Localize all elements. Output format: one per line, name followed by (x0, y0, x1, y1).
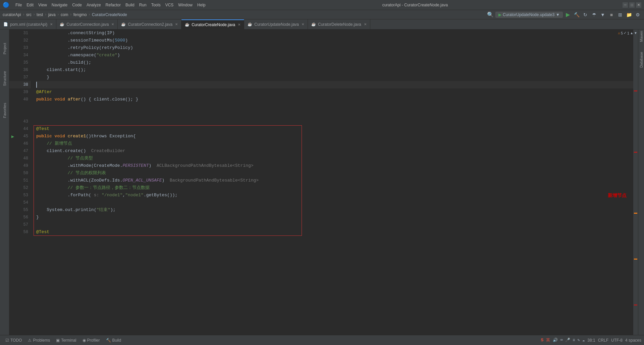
code-line-48: // 节点类型 (36, 155, 633, 162)
tab-pom[interactable]: 📄 pom.xml (curatorApi) ✕ (0, 19, 56, 29)
nav-bar: curatorApi › src › test › java › com › f… (0, 10, 644, 19)
code-line-31: .connectString(IP) (36, 29, 633, 37)
breadcrumb-test[interactable]: test (37, 12, 43, 17)
run-gutter-icon[interactable]: ▶ (11, 134, 14, 139)
code-line-35: .build(); (36, 59, 633, 66)
error-count: 5 (621, 31, 623, 35)
menu-file[interactable]: File (13, 2, 24, 8)
favorites-panel-tab[interactable]: Favorites (3, 103, 7, 118)
tab-deletenode[interactable]: ☕ CuratorDeleteNode.java ✕ (308, 19, 370, 29)
menu-window[interactable]: Window (176, 2, 195, 8)
menu-edit[interactable]: Edit (24, 2, 36, 8)
reload-button[interactable]: ↻ (582, 11, 589, 18)
indent-status: 4 spaces (625, 338, 641, 343)
code-line-39: @After (36, 88, 633, 96)
maven-panel-tab[interactable]: Maven (639, 31, 643, 42)
code-line-52: // 参数一：节点路径，参数二：节点数据 (36, 184, 633, 192)
scroll-down[interactable]: ▼ (634, 31, 637, 35)
title-bar: 🔵 File Edit View Navigate Code Analyze R… (0, 0, 644, 10)
code-editor[interactable]: .connectString(IP) .sessionTimeoutMs(500… (34, 29, 633, 335)
terminal-icon: ▣ (56, 338, 60, 343)
code-line-41 (36, 103, 633, 111)
code-line-56: } (36, 214, 633, 221)
code-line-42 (36, 111, 633, 118)
breadcrumb-java[interactable]: java (48, 12, 56, 17)
code-line-51: .withACL(ZooDefs.Ids.OPEN_ACL_UNSAFE) Ba… (36, 177, 633, 184)
build-icon: 🔨 (106, 338, 111, 343)
menu-analyze[interactable]: Analyze (85, 2, 103, 8)
close-button[interactable]: ✕ (636, 2, 641, 8)
tab-connection[interactable]: ☕ CuratorConnection.java ✕ (56, 19, 118, 29)
more-run-button[interactable]: ▼ (599, 11, 606, 18)
todo-tab[interactable]: ☑ TODO (3, 337, 24, 343)
code-line-44: @Test (36, 125, 633, 133)
tab-createnode[interactable]: ☕ CuratorCreateNode.java ✕ (181, 19, 244, 29)
breadcrumb-src[interactable]: src (26, 12, 32, 17)
code-line-33: .retryPolicy(retryPolicy) (36, 44, 633, 52)
warning-count: 1 (627, 31, 629, 35)
code-line-40: public void after() { client.close(); } (36, 96, 633, 103)
encoding-status: UTF-8 (611, 338, 623, 343)
settings-button[interactable]: ⚙ (634, 11, 641, 18)
run-config-dropdown[interactable]: ▶ CuratorUpdateNode.update3 ▼ (495, 12, 563, 18)
menu-run[interactable]: Run (137, 2, 149, 8)
menu-help[interactable]: Help (195, 2, 208, 8)
bottom-bar: ☑ TODO ⚠ Problems ▣ Terminal ◉ Profiler … (0, 335, 644, 345)
left-panel-strip: Project Structure Favorites (0, 29, 9, 335)
right-sidebar: Maven Database (638, 29, 644, 335)
project-panel-tab[interactable]: Project (3, 43, 7, 54)
breadcrumb-fengmo[interactable]: fengmo (73, 12, 87, 17)
code-line-50: // 节点的权限列表 (36, 169, 633, 177)
menu-build[interactable]: Build (123, 2, 137, 8)
menu-vcs[interactable]: VCS (163, 2, 176, 8)
line-numbers: 31 32 33 34 35 36 37 38 39 40 41 42 43 4… (17, 29, 34, 335)
stop-button[interactable]: ■ (608, 11, 615, 18)
menubar: File Edit View Navigate Code Analyze Ref… (13, 2, 208, 8)
profiler-tab[interactable]: ◉ Profiler (80, 337, 103, 343)
ime-extra: 🔊 ⌨ 🎤 ≡ ✎ ☁ (553, 338, 585, 343)
profiler-icon: ◉ (83, 338, 86, 343)
minimize-button[interactable]: ─ (623, 2, 628, 8)
maximize-button[interactable]: □ (629, 2, 635, 8)
search-button[interactable]: 🔍 (487, 11, 494, 18)
run-button[interactable]: ▶ (564, 11, 572, 18)
problems-icon: ⚠ (28, 338, 32, 343)
code-line-49: .withMode(CreateMode.PERSISTENT) ACLBack… (36, 162, 633, 169)
open-file-button[interactable]: 📁 (625, 11, 633, 18)
code-line-36: client.start(); (36, 66, 633, 74)
menu-navigate[interactable]: Navigate (50, 2, 69, 8)
tab-updatenode[interactable]: ☕ CuratorUpdateNode.java ✕ (244, 19, 308, 29)
terminal-tab[interactable]: ▣ Terminal (53, 337, 79, 343)
build-button[interactable]: 🔨 (573, 11, 580, 18)
code-line-55: System.out.println("结束"); (36, 206, 633, 214)
scrollbar-track[interactable]: ⚠ 5 ✓ 1 ▲ ▼ (633, 29, 638, 335)
structure-panel-tab[interactable]: Structure (3, 71, 7, 86)
code-line-54 (36, 199, 633, 206)
code-line-34: .namespace("create") (36, 52, 633, 59)
ime-indicator: S (541, 338, 544, 343)
build-tab[interactable]: 🔨 Build (103, 337, 124, 343)
right-annotation: 新增节点 (608, 192, 627, 199)
menu-tools[interactable]: Tools (149, 2, 163, 8)
error-indicator-area: ⚠ 5 ✓ 1 ▲ ▼ (618, 31, 637, 35)
scroll-up[interactable]: ▲ (630, 31, 633, 35)
layout-button[interactable]: ⊞ (616, 11, 624, 18)
tab-connection2[interactable]: ☕ CuratorConnection2.java ✕ (118, 19, 181, 29)
breadcrumb-project[interactable]: curatorApi (3, 12, 21, 17)
code-line-53: .forPath( s: "/node1","node1".getBytes()… (36, 192, 633, 199)
menu-view[interactable]: View (36, 2, 49, 8)
problems-tab[interactable]: ⚠ Problems (25, 337, 53, 343)
breadcrumb-file[interactable]: CuratorCreateNode (92, 12, 127, 17)
line-ending-status: CRLF (598, 338, 608, 343)
breadcrumb-com[interactable]: com (61, 12, 68, 17)
todo-icon: ☑ (5, 338, 9, 343)
database-panel-tab[interactable]: Database (639, 52, 643, 68)
menu-code[interactable]: Code (70, 2, 84, 8)
code-line-32: .sessionTimeoutMs(5000) (36, 37, 633, 44)
code-line-58: @Test (36, 228, 633, 236)
line-col-status: 38:1 (587, 338, 595, 343)
app-icon: 🔵 (3, 2, 9, 8)
code-line-46: // 新增节点 (36, 140, 633, 147)
menu-refactor[interactable]: Refactor (104, 2, 123, 8)
coverage-button[interactable]: ☂ (590, 11, 598, 18)
